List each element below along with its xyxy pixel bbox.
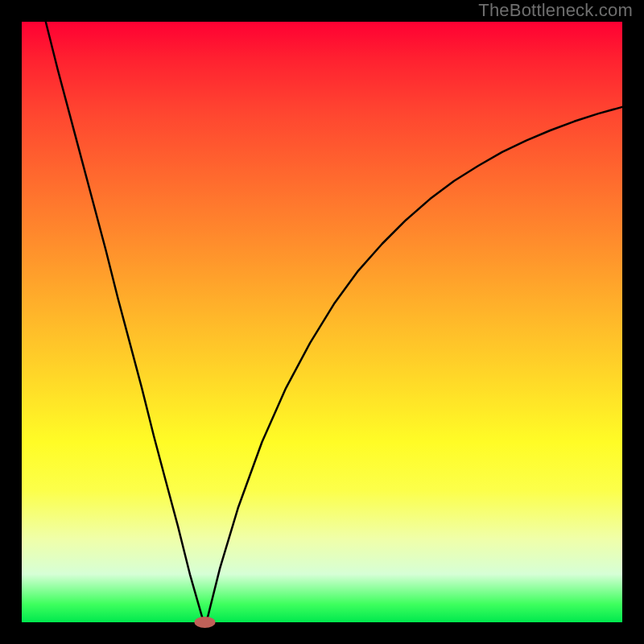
watermark-text: TheBottleneck.com — [478, 0, 633, 21]
gradient-background — [22, 22, 622, 622]
chart-container: TheBottleneck.com — [0, 0, 644, 644]
